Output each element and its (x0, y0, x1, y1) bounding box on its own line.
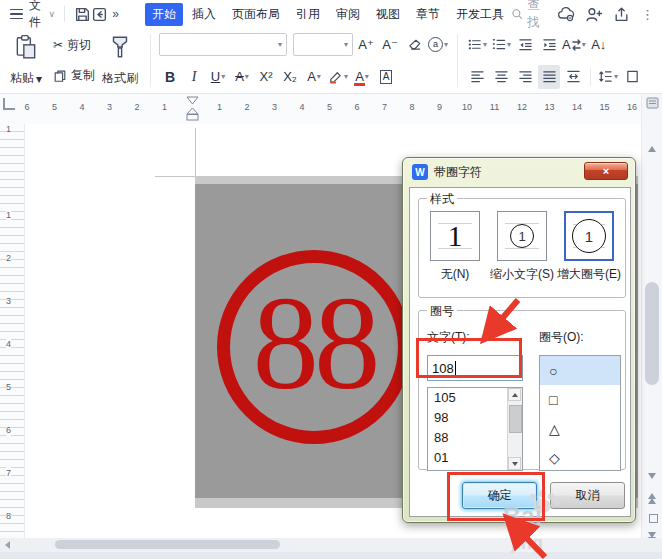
sort-button[interactable]: A↓ (588, 33, 610, 57)
enclosed-character-preview: 88 (217, 250, 411, 444)
text-options-list[interactable]: 105988801 (427, 387, 523, 471)
horizontal-scrollbar[interactable] (0, 538, 662, 552)
paragraph-more-button[interactable] (621, 65, 643, 89)
tab-8[interactable]: 开发工具 (449, 3, 511, 26)
text-effect-button[interactable]: A▾ (303, 65, 325, 89)
paste-button[interactable]: 粘贴▾ (6, 30, 46, 91)
style-option-1[interactable]: 1无(N) (423, 211, 487, 283)
tab-7[interactable]: 章节 (409, 3, 447, 26)
subscript-button[interactable]: X₂ (279, 65, 301, 89)
justify-button[interactable] (538, 65, 560, 89)
bold-button[interactable]: B (159, 65, 181, 89)
save-button[interactable] (74, 3, 91, 25)
shape-option[interactable]: □ (540, 385, 620, 414)
numbered-list-button[interactable]: ▾ (490, 33, 512, 57)
scroll-down-arrow[interactable] (648, 473, 656, 479)
shape-option[interactable]: ○ (540, 356, 620, 385)
font-family-combobox[interactable]: ▾ (159, 33, 287, 56)
ruler-horizontal[interactable]: 65432112345678910111213141516 (0, 94, 662, 125)
tab-6[interactable]: 视图 (369, 3, 407, 26)
paste-label: 粘贴 (10, 70, 34, 87)
align-left-button[interactable] (466, 65, 488, 89)
style-option-label: 无(N) (441, 266, 470, 283)
previous-page-icon2[interactable] (648, 498, 656, 504)
share-button[interactable] (611, 3, 631, 25)
list-scroll-thumb[interactable] (509, 405, 522, 433)
export-button[interactable] (91, 3, 108, 25)
clear-format-button[interactable] (403, 33, 425, 57)
character-scale-button[interactable]: A ▾ (562, 33, 586, 57)
caret-down-icon: ▾ (444, 40, 448, 49)
export-icon (91, 6, 108, 23)
more-menu-button[interactable]: ⋮ (639, 7, 656, 22)
vertical-scroll-thumb[interactable] (645, 282, 659, 385)
tab-4[interactable]: 引用 (289, 3, 327, 26)
character-border-button[interactable]: A (375, 65, 397, 89)
find-button[interactable]: 查找 (511, 0, 548, 31)
tab-1[interactable]: 开始 (145, 3, 183, 26)
ruler-vertical[interactable]: 112345678 (0, 124, 25, 538)
align-right-button[interactable] (514, 65, 536, 89)
save-icon (74, 6, 91, 23)
superscript-button[interactable]: X² (255, 65, 277, 89)
scroll-left-arrow[interactable] (5, 541, 10, 549)
tab-2[interactable]: 插入 (185, 3, 223, 26)
decrease-indent-button[interactable] (514, 33, 536, 57)
distribute-button[interactable] (562, 65, 584, 89)
tab-3[interactable]: 页面布局 (225, 3, 287, 26)
circle-text-input[interactable]: 108 (427, 355, 523, 381)
vertical-scrollbar[interactable] (641, 94, 662, 552)
font-color-button[interactable]: A ▾ (351, 65, 373, 89)
quickbar-more-button[interactable]: » (112, 7, 119, 21)
shape-option[interactable]: ◇ (540, 443, 620, 471)
select-browse-object-icon[interactable] (649, 514, 658, 523)
ruler-toggle-icon[interactable] (646, 97, 659, 109)
enclose-character-button[interactable]: a ▾ (427, 33, 449, 57)
hamburger-menu-icon[interactable] (10, 9, 23, 20)
caret-down-icon: ▾ (278, 40, 282, 49)
file-menu-label: 文件 (29, 0, 46, 31)
enclosed-character-text: 88 (253, 277, 376, 410)
file-menu-button[interactable]: 文件 ∨ (29, 0, 55, 31)
underline-button[interactable]: U▾ (207, 65, 229, 89)
divider (150, 34, 151, 87)
style-option-2[interactable]: 1缩小文字(S) (490, 211, 554, 283)
strikethrough-button[interactable]: A▾ (231, 65, 253, 89)
italic-button[interactable]: I (183, 65, 205, 89)
align-center-button[interactable] (490, 65, 512, 89)
wps-logo-icon: W (412, 164, 428, 180)
line-spacing-icon (598, 69, 613, 84)
dialog-close-button[interactable]: × (584, 162, 628, 180)
list-scroll-down-button[interactable] (508, 457, 521, 470)
highlight-color-button[interactable]: ▾ (327, 65, 349, 89)
format-painter-button[interactable]: 格式刷 (98, 30, 142, 91)
circle-shape-list[interactable]: ○□△◇ (539, 355, 621, 471)
copy-button[interactable]: 复制 (50, 65, 98, 86)
divider (590, 68, 591, 86)
menu-bar-right: 查找 (511, 0, 662, 31)
dialog-title-bar[interactable]: W 带圈字符 × (403, 158, 635, 186)
indent-icon (542, 37, 557, 52)
bullet-list-button[interactable]: ▾ (466, 33, 488, 57)
caret-down-icon: ▾ (36, 72, 42, 86)
tab-5[interactable]: 审阅 (329, 3, 367, 26)
cut-button[interactable]: ✂ 剪切 (50, 35, 98, 56)
decrease-font-button[interactable]: A⁻ (379, 33, 401, 57)
scroll-up-arrow[interactable] (648, 146, 656, 152)
tab-selector[interactable] (3, 98, 15, 110)
list-scroll-up-button[interactable] (508, 388, 521, 401)
indent-markers[interactable] (186, 96, 199, 122)
cloud-sync-button[interactable] (556, 3, 576, 25)
line-spacing-button[interactable]: ▾ (597, 65, 619, 89)
shape-option[interactable]: △ (540, 414, 620, 443)
style-option-3[interactable]: 1增大圈号(E) (557, 211, 621, 283)
cancel-button[interactable]: 取消 (550, 482, 625, 509)
list-scrollbar[interactable] (507, 388, 522, 470)
margin-crop-mark (155, 176, 196, 177)
ok-button[interactable]: 确定 (462, 482, 537, 509)
font-size-combobox[interactable]: ▾ (293, 33, 353, 56)
add-user-button[interactable] (584, 3, 604, 25)
increase-indent-button[interactable] (538, 33, 560, 57)
increase-font-button[interactable]: A⁺ (355, 33, 377, 57)
horizontal-scroll-thumb[interactable] (55, 540, 280, 549)
